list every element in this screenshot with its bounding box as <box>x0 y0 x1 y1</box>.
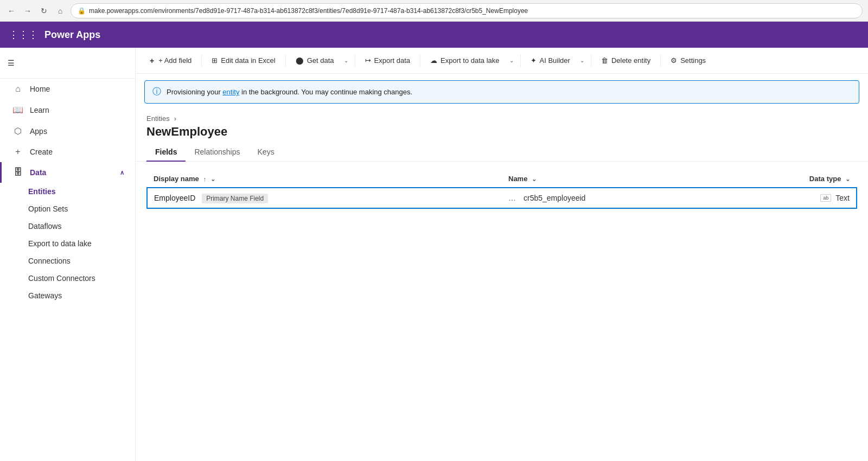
url-bar[interactable]: 🔒 make.powerapps.com/environments/7ed8d9… <box>71 3 863 18</box>
sidebar-item-label: Home <box>30 85 50 93</box>
sidebar-sub-label: Custom Connectors <box>28 274 95 283</box>
page-header: Entities › NewEmployee <box>136 110 868 139</box>
col-name[interactable]: Name ⌄ <box>502 170 750 188</box>
back-button[interactable]: ← <box>5 5 17 17</box>
info-icon: ⓘ <box>152 86 161 98</box>
home-button[interactable]: ⌂ <box>54 5 66 17</box>
hamburger-button[interactable]: ☰ <box>0 52 22 74</box>
breadcrumb-entities[interactable]: Entities <box>146 114 170 123</box>
ai-builder-button[interactable]: ✦ AI Builder <box>525 53 576 68</box>
get-data-button[interactable]: ⬤ Get data <box>290 53 340 68</box>
tabs: Fields Relationships Keys <box>136 139 868 162</box>
sidebar-sub-label: Export to data lake <box>28 239 92 248</box>
edit-excel-button[interactable]: ⊞ Edit data in Excel <box>206 53 280 68</box>
sort-icon-datatype: ⌄ <box>845 176 850 182</box>
sort-asc-icon: ↑ <box>203 176 206 182</box>
content-area: + + Add field ⊞ Edit data in Excel ⬤ Get… <box>136 48 868 461</box>
learn-icon: 📖 <box>12 105 23 115</box>
provisioning-banner: ⓘ Provisioning your entity in the backgr… <box>144 80 859 104</box>
get-data-dropdown[interactable]: ⌄ <box>342 54 350 67</box>
text-type-icon: ab <box>820 194 831 202</box>
sidebar-sub-item-option-sets[interactable]: Option Sets <box>0 200 135 217</box>
table-body: EmployeeID Primary Name Field … cr5b5_em… <box>147 188 857 208</box>
sidebar-item-label: Create <box>30 148 53 156</box>
toolbar-divider-4 <box>420 54 420 67</box>
get-data-icon: ⬤ <box>296 56 304 65</box>
export-lake-button[interactable]: ☁ Export to data lake <box>425 53 505 68</box>
browser-bar: ← → ↻ ⌂ 🔒 make.powerapps.com/environment… <box>0 0 868 22</box>
settings-button[interactable]: ⚙ Settings <box>665 53 711 68</box>
fields-table: Display name ↑ ⌄ Name ⌄ Data type ⌄ <box>146 170 857 209</box>
page-title: NewEmployee <box>146 125 857 139</box>
app-title: Power Apps <box>44 29 100 41</box>
create-icon: + <box>12 147 23 157</box>
sidebar-sub-label: Gateways <box>28 291 62 300</box>
sort-filter-icon: ⌄ <box>210 176 215 182</box>
sidebar-sub-item-dataflows[interactable]: Dataflows <box>0 217 135 235</box>
sidebar-sub-item-connections[interactable]: Connections <box>0 252 135 270</box>
sidebar-sub-label: Entities <box>28 187 56 196</box>
breadcrumb: Entities › <box>146 114 857 123</box>
table-area: Display name ↑ ⌄ Name ⌄ Data type ⌄ <box>136 162 868 461</box>
toolbar: + + Add field ⊞ Edit data in Excel ⬤ Get… <box>136 48 868 74</box>
sidebar-item-learn[interactable]: 📖 Learn <box>0 99 135 120</box>
export-lake-icon: ☁ <box>430 56 437 65</box>
main-layout: ☰ ⌂ Home 📖 Learn ⬡ Apps + Create 🗄 Data … <box>0 48 868 461</box>
sidebar-item-label: Learn <box>30 106 49 114</box>
home-icon: ⌂ <box>12 84 23 94</box>
cell-display-name: EmployeeID Primary Name Field <box>147 188 502 208</box>
cell-data-type: ab Text <box>750 188 857 208</box>
reload-button[interactable]: ↻ <box>38 5 50 17</box>
sidebar-sub-label: Connections <box>28 257 71 265</box>
tab-keys[interactable]: Keys <box>249 143 283 162</box>
export-lake-dropdown[interactable]: ⌄ <box>507 54 516 67</box>
table-header: Display name ↑ ⌄ Name ⌄ Data type ⌄ <box>147 170 857 188</box>
toolbar-divider-3 <box>355 54 355 67</box>
data-icon: 🗄 <box>12 168 23 177</box>
sidebar-item-apps[interactable]: ⬡ Apps <box>0 120 135 142</box>
url-text: make.powerapps.com/environments/7ed8d91e… <box>89 7 528 15</box>
forward-button[interactable]: → <box>22 5 34 17</box>
tab-fields[interactable]: Fields <box>146 143 186 162</box>
add-field-icon: + <box>150 56 154 65</box>
sidebar-item-create[interactable]: + Create <box>0 142 135 162</box>
breadcrumb-separator: › <box>174 114 176 123</box>
delete-icon: 🗑 <box>601 56 608 65</box>
sidebar-item-label: Data <box>30 168 46 177</box>
settings-icon: ⚙ <box>671 56 677 65</box>
banner-text: Provisioning your entity in the backgrou… <box>167 88 412 96</box>
sidebar-sub-item-gateways[interactable]: Gateways <box>0 287 135 304</box>
data-type-value: ab Text <box>757 194 850 202</box>
export-data-button[interactable]: ↦ Export data <box>360 53 416 68</box>
banner-highlight: entity <box>222 88 239 96</box>
sidebar-sub-label: Dataflows <box>28 222 61 230</box>
waffle-icon[interactable]: ⋮⋮⋮ <box>9 29 38 41</box>
toolbar-divider-5 <box>520 54 521 67</box>
sidebar-item-label: Apps <box>30 127 47 136</box>
tab-relationships[interactable]: Relationships <box>186 143 248 162</box>
cell-row-actions: … cr5b5_employeeid <box>502 188 750 208</box>
sidebar: ☰ ⌂ Home 📖 Learn ⬡ Apps + Create 🗄 Data … <box>0 48 136 461</box>
delete-entity-button[interactable]: 🗑 Delete entity <box>596 53 656 68</box>
primary-name-badge: Primary Name Field <box>202 194 268 203</box>
sidebar-item-data[interactable]: 🗄 Data ∧ <box>0 162 135 183</box>
toolbar-divider <box>201 54 202 67</box>
toolbar-divider-6 <box>591 54 591 67</box>
sidebar-item-home[interactable]: ⌂ Home <box>0 79 135 99</box>
sidebar-sub-item-custom-connectors[interactable]: Custom Connectors <box>0 270 135 287</box>
add-field-button[interactable]: + + Add field <box>144 53 197 68</box>
col-data-type[interactable]: Data type ⌄ <box>750 170 857 188</box>
ai-builder-dropdown[interactable]: ⌄ <box>578 54 586 67</box>
lock-icon: 🔒 <box>78 7 86 15</box>
sidebar-sub-item-entities[interactable]: Entities <box>0 183 135 200</box>
apps-icon: ⬡ <box>12 126 23 136</box>
sidebar-top: ☰ <box>0 48 135 79</box>
table-row[interactable]: EmployeeID Primary Name Field … cr5b5_em… <box>147 188 857 208</box>
col-display-name[interactable]: Display name ↑ ⌄ <box>147 170 502 188</box>
app-header: ⋮⋮⋮ Power Apps <box>0 22 868 48</box>
export-icon: ↦ <box>365 56 371 65</box>
sidebar-sub-item-export-lake[interactable]: Export to data lake <box>0 235 135 252</box>
row-context-menu[interactable]: … <box>508 194 517 202</box>
sort-icon-name: ⌄ <box>532 176 537 182</box>
toolbar-divider-7 <box>660 54 661 67</box>
